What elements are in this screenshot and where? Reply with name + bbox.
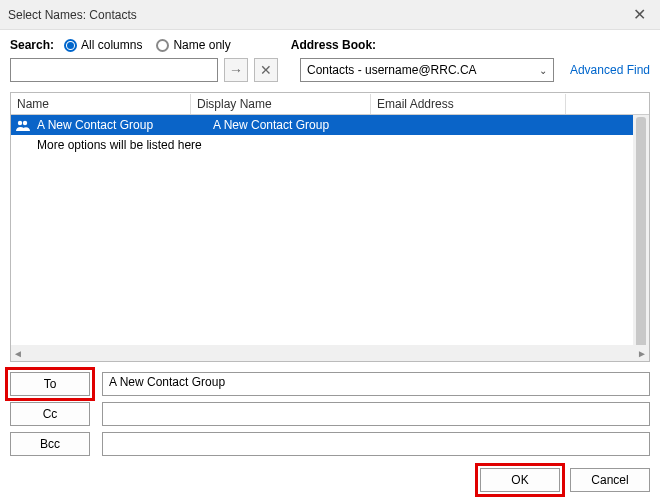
bcc-field[interactable] — [102, 432, 650, 456]
scroll-left-icon[interactable]: ◄ — [13, 348, 23, 359]
cancel-label: Cancel — [591, 473, 628, 487]
cc-button[interactable]: Cc — [10, 402, 90, 426]
cancel-button[interactable]: Cancel — [570, 468, 650, 492]
horizontal-scrollbar[interactable]: ◄ ► — [11, 345, 649, 361]
arrow-right-icon: → — [229, 62, 243, 78]
ok-button[interactable]: OK — [480, 468, 560, 492]
go-button[interactable]: → — [224, 58, 248, 82]
list-row[interactable]: A New Contact Group A New Contact Group — [11, 115, 633, 135]
list-header: Name Display Name Email Address — [11, 93, 649, 115]
radio-all-columns[interactable]: All columns — [64, 38, 142, 52]
to-label: To — [44, 377, 57, 391]
blank-icon — [15, 137, 31, 153]
to-field[interactable]: A New Contact Group — [102, 372, 650, 396]
vertical-scrollbar[interactable] — [633, 115, 649, 345]
scroll-thumb[interactable] — [636, 117, 646, 345]
cc-label: Cc — [43, 407, 58, 421]
search-input[interactable] — [10, 58, 218, 82]
window-title: Select Names: Contacts — [8, 8, 137, 22]
group-icon — [15, 117, 31, 133]
col-name[interactable]: Name — [11, 94, 191, 114]
col-spacer — [566, 101, 649, 107]
ok-label: OK — [511, 473, 528, 487]
close-icon: ✕ — [260, 62, 272, 78]
titlebar: Select Names: Contacts ✕ — [0, 0, 660, 30]
chevron-down-icon: ⌄ — [539, 65, 547, 76]
bcc-button[interactable]: Bcc — [10, 432, 90, 456]
to-value: A New Contact Group — [109, 375, 225, 389]
radio-all-label: All columns — [81, 38, 142, 52]
row-name: More options will be listed here — [33, 138, 206, 152]
search-label: Search: — [10, 38, 54, 52]
advanced-find-link[interactable]: Advanced Find — [570, 63, 650, 77]
row-display: A New Contact Group — [209, 118, 389, 132]
bcc-label: Bcc — [40, 437, 60, 451]
svg-point-0 — [18, 121, 22, 125]
radio-name-only[interactable]: Name only — [156, 38, 230, 52]
address-book-value: Contacts - username@RRC.CA — [307, 63, 477, 77]
to-button[interactable]: To — [10, 372, 90, 396]
scroll-right-icon[interactable]: ► — [637, 348, 647, 359]
col-display[interactable]: Display Name — [191, 94, 371, 114]
close-icon[interactable]: ✕ — [627, 5, 652, 24]
search-scope-radios: All columns Name only — [64, 38, 231, 52]
address-book-label: Address Book: — [291, 38, 376, 52]
address-book-select[interactable]: Contacts - username@RRC.CA ⌄ — [300, 58, 554, 82]
list-row[interactable]: More options will be listed here — [11, 135, 633, 155]
row-name: A New Contact Group — [33, 118, 209, 132]
list-rows[interactable]: A New Contact Group A New Contact Group … — [11, 115, 633, 345]
col-email[interactable]: Email Address — [371, 94, 566, 114]
cc-field[interactable] — [102, 402, 650, 426]
clear-search-button[interactable]: ✕ — [254, 58, 278, 82]
contacts-list: Name Display Name Email Address A New Co… — [10, 92, 650, 362]
svg-point-1 — [23, 121, 27, 125]
radio-name-label: Name only — [173, 38, 230, 52]
